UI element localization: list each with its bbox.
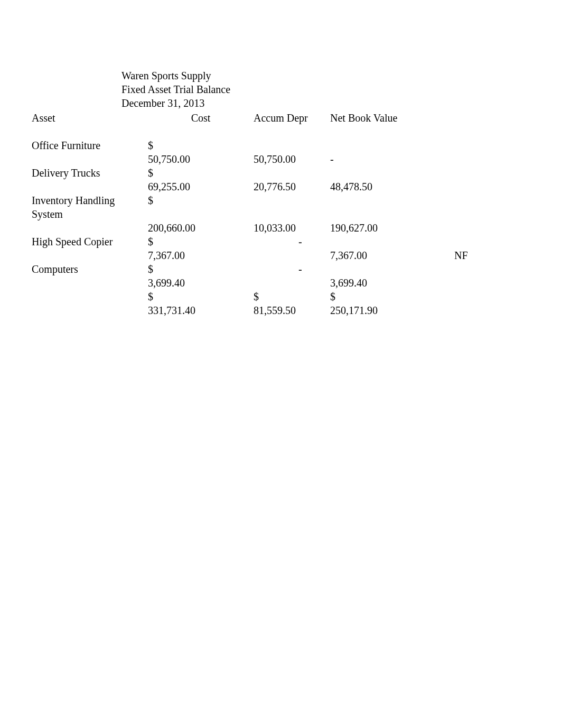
table-row: 200,660.00 10,033.00 190,627.00: [32, 221, 529, 235]
table-row: Computers $ -: [32, 262, 529, 276]
table-row: Delivery Trucks $: [32, 166, 529, 180]
total-accum-symbol: $: [254, 290, 322, 303]
table-row: 50,750.00 50,750.00 -: [32, 152, 529, 166]
report-header: Waren Sports Supply Fixed Asset Trial Ba…: [32, 69, 529, 110]
accum-value: 50,750.00: [254, 152, 322, 166]
report-date: December 31, 2013: [32, 96, 529, 110]
column-headers: Asset Cost Accum Depr Net Book Value: [32, 111, 529, 125]
totals-row: 331,731.40 81,559.50 250,171.90: [32, 303, 529, 317]
col-nbv-header: Net Book Value: [322, 111, 407, 125]
accum-value: -: [254, 262, 322, 276]
cost-value: 7,367.00: [148, 248, 254, 262]
totals-row: $ $ $: [32, 290, 529, 303]
nbv-value: 48,478.50: [322, 180, 407, 193]
table-row: Inventory Handling System $: [32, 193, 529, 221]
asset-name: High Speed Copier: [32, 235, 148, 248]
note-value: NF: [407, 248, 454, 262]
col-cost-header: Cost: [148, 111, 254, 125]
company-name: Waren Sports Supply: [32, 69, 529, 82]
report-title: Fixed Asset Trial Balance: [32, 82, 529, 96]
accum-value: -: [254, 235, 322, 248]
accum-value: 20,776.50: [254, 180, 322, 193]
asset-name: Inventory Handling System: [32, 193, 148, 221]
nbv-value: 3,699.40: [322, 276, 407, 290]
cost-symbol: $: [148, 166, 254, 180]
table-row: 69,255.00 20,776.50 48,478.50: [32, 180, 529, 193]
cost-symbol: $: [148, 139, 254, 152]
asset-name: Delivery Trucks: [32, 166, 148, 180]
nbv-value: -: [322, 152, 407, 166]
nbv-value: 190,627.00: [322, 221, 407, 235]
total-cost-symbol: $: [148, 290, 254, 303]
cost-symbol: $: [148, 193, 254, 221]
cost-symbol: $: [148, 235, 254, 248]
col-asset-header: Asset: [32, 111, 148, 125]
accum-value: 10,033.00: [254, 221, 322, 235]
table-row: Office Furniture $: [32, 139, 529, 152]
asset-name: Office Furniture: [32, 139, 148, 152]
cost-value: 200,660.00: [148, 221, 254, 235]
cost-value: 69,255.00: [148, 180, 254, 193]
table-row: High Speed Copier $ -: [32, 235, 529, 248]
total-cost-value: 331,731.40: [148, 303, 254, 317]
table-row: 7,367.00 7,367.00 NF: [32, 248, 529, 262]
col-accum-header: Accum Depr: [254, 111, 322, 125]
table-row: 3,699.40 3,699.40: [32, 276, 529, 290]
total-nbv-value: 250,171.90: [322, 303, 407, 317]
cost-value: 3,699.40: [148, 276, 254, 290]
asset-name: Computers: [32, 262, 148, 276]
cost-symbol: $: [148, 262, 254, 276]
total-nbv-symbol: $: [322, 290, 407, 303]
total-accum-value: 81,559.50: [254, 303, 322, 317]
nbv-value: 7,367.00: [322, 248, 407, 262]
cost-value: 50,750.00: [148, 152, 254, 166]
